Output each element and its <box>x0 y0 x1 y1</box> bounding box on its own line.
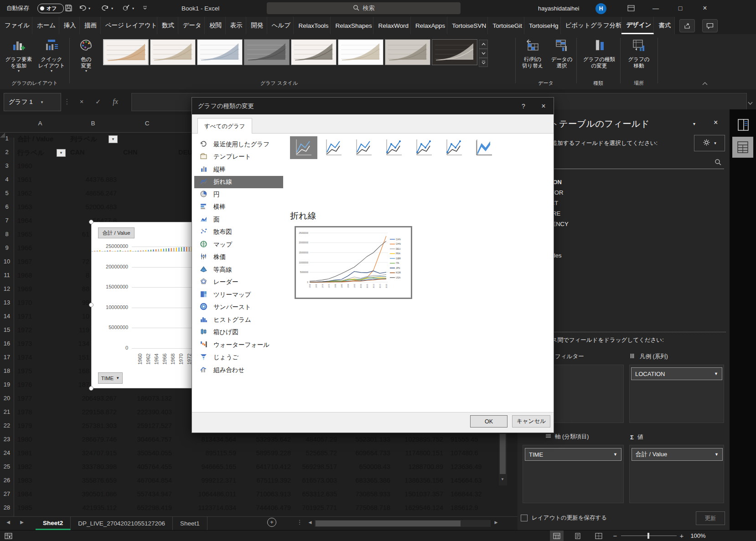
line-subtype-1[interactable] <box>290 136 317 159</box>
axis-drop-area[interactable]: TIME ▼ <box>523 445 624 503</box>
row-number-17[interactable]: 17 <box>0 354 14 361</box>
chart-style-5[interactable] <box>291 39 337 65</box>
row-number-22[interactable]: 22 <box>0 422 14 429</box>
maximize-button[interactable]: □ <box>673 1 688 15</box>
column-header-C[interactable]: C <box>119 115 175 132</box>
move-chart-button[interactable]: グラフの 移動 <box>623 38 655 69</box>
cell-A3[interactable]: 1960 <box>17 162 32 170</box>
cell-C27[interactable]: 557434.947 <box>104 490 172 498</box>
cell-B10[interactable]: 72 <box>21 258 89 265</box>
line-subtype-5[interactable] <box>410 136 438 159</box>
column-labels-filter-button[interactable]: ▼ <box>109 135 118 143</box>
cell-B17[interactable]: 151 <box>21 354 89 361</box>
macro-record-icon[interactable] <box>3 531 14 541</box>
cell-B13[interactable]: 99 <box>21 299 89 306</box>
chart-type-histogram[interactable]: ヒストグラム <box>194 314 283 326</box>
horizontal-scrollbar[interactable] <box>315 520 491 527</box>
zoom-level[interactable]: 100% <box>688 531 709 541</box>
row-number-19[interactable]: 19 <box>0 381 14 388</box>
new-sheet-button[interactable]: + <box>267 517 277 527</box>
chart-resize-handle[interactable] <box>89 303 93 307</box>
minimize-button[interactable]: — <box>648 1 663 15</box>
cell-I28[interactable]: 185612.9 <box>450 504 478 511</box>
add-chart-element-button[interactable]: グラフ要素 を追加 ▾ <box>3 38 35 73</box>
line-subtype-7[interactable] <box>471 136 498 159</box>
cell-A22[interactable]: 1979 <box>17 422 32 429</box>
row-number-16[interactable]: 16 <box>0 340 14 347</box>
cell-H27[interactable]: 1501037.357 <box>375 490 443 498</box>
avatar[interactable]: H <box>595 0 606 17</box>
cell-A4[interactable]: 1961 <box>17 176 32 183</box>
namebox-splitter-icon[interactable]: ⋮ <box>59 93 75 110</box>
row-number-11[interactable]: 11 <box>0 272 14 278</box>
chart-type-combo[interactable]: 組み合わせ <box>194 364 283 376</box>
zoom-in-button[interactable]: + <box>678 531 686 541</box>
cell-B19[interactable]: 187 <box>21 381 89 388</box>
cancel-button[interactable]: キャンセル <box>512 415 550 428</box>
sheet-tab-DP_LIVE_27042021055127206[interactable]: DP_LIVE_27042021055127206 <box>71 517 173 530</box>
cell-A21[interactable]: 1978 <box>17 408 32 416</box>
row-number-14[interactable]: 14 <box>0 313 14 319</box>
chart-type-scatter[interactable]: 散布図 <box>194 226 283 238</box>
cell-H28[interactable]: 1629546.124 <box>375 504 443 511</box>
cell-C28[interactable]: 652298.419 <box>104 504 172 511</box>
cell-B2[interactable]: CAN <box>70 149 84 156</box>
chart-style-8[interactable] <box>432 39 477 65</box>
row-number-23[interactable]: 23 <box>0 436 14 443</box>
legend-field-chip[interactable]: LOCATION ▼ <box>631 367 722 380</box>
cell-B1[interactable]: 列ラベル <box>70 135 97 144</box>
values-field-chip[interactable]: 合計 / Value ▼ <box>632 448 723 461</box>
cell-A27[interactable]: 1984 <box>17 490 32 498</box>
chart-type-line[interactable]: 折れ線 <box>194 176 283 188</box>
tabbar-splitter-icon[interactable]: ⋮ <box>296 517 303 527</box>
view-page-layout-button[interactable] <box>571 531 585 541</box>
ribbon-tab-ホーム[interactable]: ホーム <box>32 17 59 34</box>
row-number-6[interactable]: 6 <box>0 203 14 210</box>
user-name[interactable]: hayashidataihei <box>538 0 579 17</box>
cell-H26[interactable]: 1386356.156 <box>375 477 443 484</box>
cell-I23[interactable]: 91555.45 <box>450 436 478 443</box>
row-number-9[interactable]: 9 <box>0 244 14 251</box>
horizontal-scrollbar-thumb[interactable] <box>316 520 461 526</box>
chart-type-stock[interactable]: 株価 <box>194 251 283 263</box>
values-drop-area[interactable]: 合計 / Value ▼ <box>629 445 724 503</box>
chart-style-4[interactable] <box>244 39 290 65</box>
chart-type-sunburst[interactable]: サンバースト <box>194 301 283 314</box>
chart-preview[interactable]: 2500000020000000150000001000000050000000… <box>295 226 412 299</box>
ribbon-tab-数式[interactable]: 数式 <box>157 17 178 34</box>
search-input[interactable]: 検索 <box>267 2 461 14</box>
cell-C26[interactable]: 467064.854 <box>104 477 172 484</box>
chart-style-1[interactable] <box>103 39 149 65</box>
ribbon-tab-データ[interactable]: データ <box>178 17 205 34</box>
chart-resize-handle[interactable] <box>89 386 93 391</box>
cell-I24[interactable]: 107480.6 <box>450 449 478 457</box>
row-number-13[interactable]: 13 <box>0 299 14 306</box>
comments-button[interactable] <box>702 19 718 32</box>
change-chart-type-button[interactable]: グラフの種類 の変更 <box>580 38 618 69</box>
zoom-slider-thumb[interactable] <box>647 533 649 539</box>
cell-A7[interactable]: 1964 <box>17 217 32 224</box>
cell-A28[interactable]: 1985 <box>17 504 32 511</box>
chart-type-bar[interactable]: 横棒 <box>194 201 283 213</box>
cell-C23[interactable]: 304664.757 <box>104 436 172 443</box>
row-number-25[interactable]: 25 <box>0 463 14 470</box>
cell-H24[interactable]: 1174800.151 <box>375 449 443 457</box>
ribbon-tab-デザイン[interactable]: デザイン <box>621 17 654 34</box>
chart-type-radar[interactable]: レーダー <box>194 276 283 289</box>
ribbon-display-options-button[interactable] <box>624 1 638 15</box>
expand-formula-bar-button[interactable] <box>748 99 753 106</box>
chart-axis-field-button[interactable]: TIME▼ <box>98 372 123 384</box>
ok-button[interactable]: OK <box>470 415 507 428</box>
line-subtype-2[interactable] <box>320 136 347 159</box>
cell-B11[interactable]: 8 <box>21 272 89 279</box>
undo-button[interactable]: ▾ <box>78 0 90 17</box>
row-number-28[interactable]: 28 <box>0 504 14 511</box>
cell-C22[interactable]: 259127.527 <box>104 422 172 429</box>
chart-type-recent[interactable]: 最近使用したグラフ <box>194 138 283 150</box>
cell-B4[interactable]: 44376.883 <box>48 176 117 183</box>
cell-B14[interactable]: 10 <box>21 313 89 320</box>
cell-A6[interactable]: 1963 <box>17 203 32 211</box>
row-number-4[interactable]: 4 <box>0 176 14 183</box>
cell-B6[interactable]: 52000.483 <box>48 203 117 211</box>
line-subtype-6[interactable] <box>440 136 468 159</box>
